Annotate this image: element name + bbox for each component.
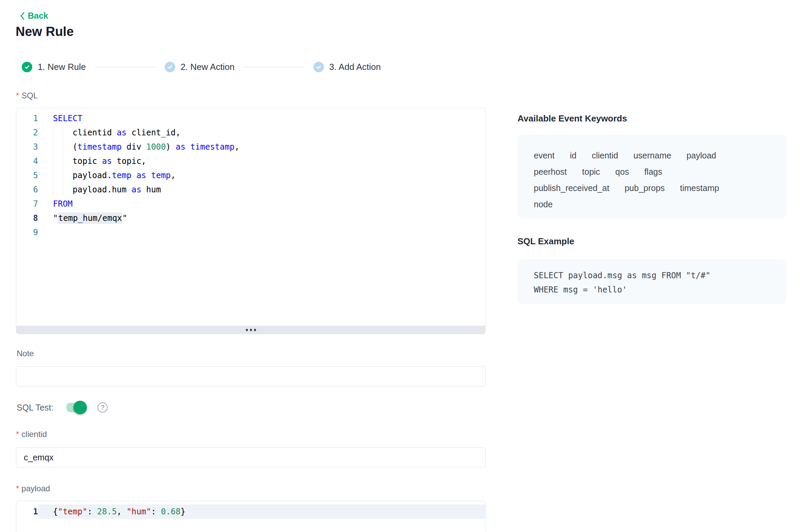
steps-indicator: 1. New Rule2. New Action3. Add Action [22,62,381,72]
code-token: ( [53,142,77,152]
clientid-field-label: *clientid [16,430,47,439]
code-token: temp_hum/emqx [58,212,122,224]
event-keyword: pub_props [624,180,665,196]
sql-example-line: SELECT payload.msg as msg FROM "t/#" [534,268,780,283]
code-token: temp [151,171,171,180]
code-token: "hum" [127,507,151,516]
step-check-icon [22,62,32,72]
code-text: topic as topic, [38,154,485,168]
code-text: clientid as client_id, [38,126,485,140]
code-token: " [122,213,127,223]
code-token: div [122,142,146,152]
code-text: SELECT [38,111,485,126]
step-label: 1. New Rule [38,62,86,72]
code-token: client_id, [127,128,181,137]
code-token: { [53,507,58,516]
line-number: 8 [16,211,38,225]
code-token: topic, [112,156,146,166]
keyword-row: eventidclientidusernamepayload [534,147,773,164]
sql-test-toggle[interactable] [66,403,86,412]
code-token: as [176,142,185,152]
keywords-panel-title: Available Event Keywords [517,113,627,124]
line-number: 5 [16,168,38,183]
code-token: FROM [53,199,73,209]
event-keyword: event [534,147,554,164]
sql-test-label: SQL Test: [17,403,53,413]
step-label: 3. Add Action [329,62,381,72]
code-token: timestamp [77,142,122,152]
sql-code-editor[interactable]: 1SELECT2 clientid as client_id,3 (timest… [16,108,486,334]
code-token: clientid [53,128,117,137]
code-line: 7FROM [16,197,485,211]
keyword-row: peerhosttopicqosflags [534,164,773,180]
code-token: as [117,128,127,137]
code-token [185,142,190,152]
line-number: 6 [16,183,38,197]
toggle-knob [73,401,87,414]
code-token: 28.5 [97,507,117,516]
event-keyword: topic [582,164,600,180]
code-token [146,171,151,180]
step-check-icon [165,62,175,72]
event-keyword: payload [687,147,716,164]
event-keyword: peerhost [534,164,567,180]
code-text: FROM [38,197,485,211]
code-text: "temp_hum/emqx" [38,211,485,225]
editor-resize-handle[interactable] [16,326,485,334]
code-token: , [235,142,239,152]
code-line: 5 payload.temp as temp, [16,168,485,183]
keywords-card: eventidclientidusernamepayloadpeerhostto… [517,134,786,218]
code-token: as [137,171,146,180]
code-line: 6 payload.hum as hum [16,183,485,197]
required-asterisk: * [16,484,19,493]
back-chevron-icon [20,12,25,20]
code-text: (timestamp div 1000) as timestamp, [38,140,485,154]
event-keyword: timestamp [680,180,719,196]
event-keyword: flags [644,164,662,180]
code-text: {"temp": 28.5, "hum": 0.68} [38,505,485,519]
event-keyword: node [534,196,553,212]
line-number: 2 [16,126,38,140]
code-token: temp [112,171,131,180]
code-token: : [87,507,97,516]
event-keyword: qos [615,164,629,180]
code-token: : [151,507,161,516]
code-token [131,171,136,180]
code-line: 8"temp_hum/emqx" [16,211,485,225]
back-link[interactable]: Back [20,11,48,21]
payload-field-label: *payload [16,484,50,493]
note-input[interactable] [16,366,486,386]
code-token: " [53,213,58,223]
step-1[interactable]: 1. New Rule [22,62,86,72]
code-token: , [117,507,127,516]
clientid-input[interactable] [16,447,486,468]
code-line: 9 [16,225,485,240]
code-text [38,225,485,240]
step-connector [95,67,155,68]
code-text: payload.temp as temp, [38,168,485,183]
code-token: topic [53,156,102,166]
sql-field-label: *SQL [16,91,38,100]
step-3[interactable]: 3. Add Action [313,62,381,72]
help-icon[interactable]: ? [97,402,108,413]
line-number: 7 [16,197,38,211]
sql-example-line: WHERE msg = 'hello' [534,283,780,297]
required-asterisk: * [16,91,19,100]
code-token: , [171,171,176,180]
line-number: 1 [16,111,38,126]
payload-code-editor[interactable]: 1{"temp": 28.5, "hum": 0.68} [16,501,486,532]
line-number: 4 [16,154,38,168]
sql-test-row: SQL Test: ? [17,402,108,413]
code-token: payload. [53,171,112,180]
step-2[interactable]: 2. New Action [165,62,235,72]
event-keyword: publish_received_at [534,180,609,196]
code-line: 2 clientid as client_id, [16,126,485,140]
code-token: 1000 [146,142,166,152]
step-check-icon [313,62,324,72]
keyword-row: node [534,196,773,212]
line-number: 3 [16,140,38,154]
code-token: SELECT [53,114,83,123]
code-token: as [102,156,112,166]
line-number: 9 [16,225,38,240]
event-keyword: username [633,147,671,164]
